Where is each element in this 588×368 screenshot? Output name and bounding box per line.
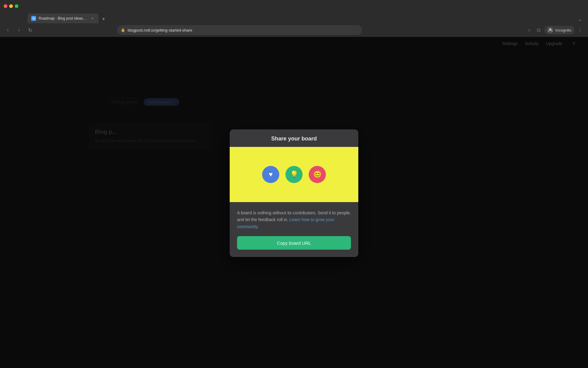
heart-icon: ♥ <box>269 171 273 178</box>
refresh-button[interactable]: ↻ <box>26 26 34 34</box>
tab-close-button[interactable]: × <box>90 16 95 21</box>
lightbulb-icon-circle: 💡 <box>285 166 303 183</box>
modal-backdrop: Share your board ♥ 💡 😊 A board is nothin… <box>0 37 588 368</box>
copy-board-url-button[interactable]: Copy board URL <box>237 236 351 250</box>
title-bar <box>0 0 588 12</box>
address-bar-row: ‹ › ↻ 🔒 blogpost.nolt.io/getting-started… <box>0 23 588 37</box>
modal-illustration: ♥ 💡 😊 <box>230 147 358 202</box>
address-bar[interactable]: 🔒 blogpost.nolt.io/getting-started-share <box>117 25 362 35</box>
url-text: blogpost.nolt.io/getting-started-share <box>128 28 358 33</box>
smiley-icon: 😊 <box>313 171 322 178</box>
modal-title: Share your board <box>237 136 351 142</box>
smiley-icon-circle: 😊 <box>309 166 326 183</box>
active-tab[interactable]: N Roadmap - Blog post ideas Fee... × <box>28 13 99 23</box>
modal-description: A board is nothing without its contribut… <box>237 209 351 230</box>
incognito-badge: Incognito <box>544 26 575 34</box>
bookmark-button[interactable]: ☆ <box>525 26 533 34</box>
browser-chrome: N Roadmap - Blog post ideas Fee... × + ⌄… <box>0 0 588 37</box>
traffic-lights <box>4 4 18 8</box>
modal-body: A board is nothing without its contribut… <box>230 202 358 257</box>
tab-favicon: N <box>31 16 36 21</box>
address-bar-actions: ☆ ⊡ Incognito ⋮ <box>525 26 584 34</box>
back-button[interactable]: ‹ <box>4 26 12 34</box>
incognito-label: Incognito <box>555 28 571 33</box>
forward-button[interactable]: › <box>15 26 23 34</box>
lock-icon: 🔒 <box>121 28 125 32</box>
close-traffic-light[interactable] <box>4 4 7 8</box>
chrome-menu-button[interactable]: ⋮ <box>576 26 584 34</box>
extensions-button[interactable]: ⊡ <box>534 26 543 34</box>
share-modal: Share your board ♥ 💡 😊 A board is nothin… <box>230 129 358 257</box>
maximize-traffic-light[interactable] <box>15 4 18 8</box>
modal-header: Share your board <box>230 129 358 147</box>
tab-title: Roadmap - Blog post ideas Fee... <box>39 16 88 21</box>
new-tab-button[interactable]: + <box>99 15 108 23</box>
incognito-icon <box>547 27 553 33</box>
minimize-traffic-light[interactable] <box>9 4 13 8</box>
tab-list-button[interactable]: ⌄ <box>575 15 584 23</box>
heart-icon-circle: ♥ <box>262 166 279 183</box>
lightbulb-icon: 💡 <box>290 171 298 178</box>
